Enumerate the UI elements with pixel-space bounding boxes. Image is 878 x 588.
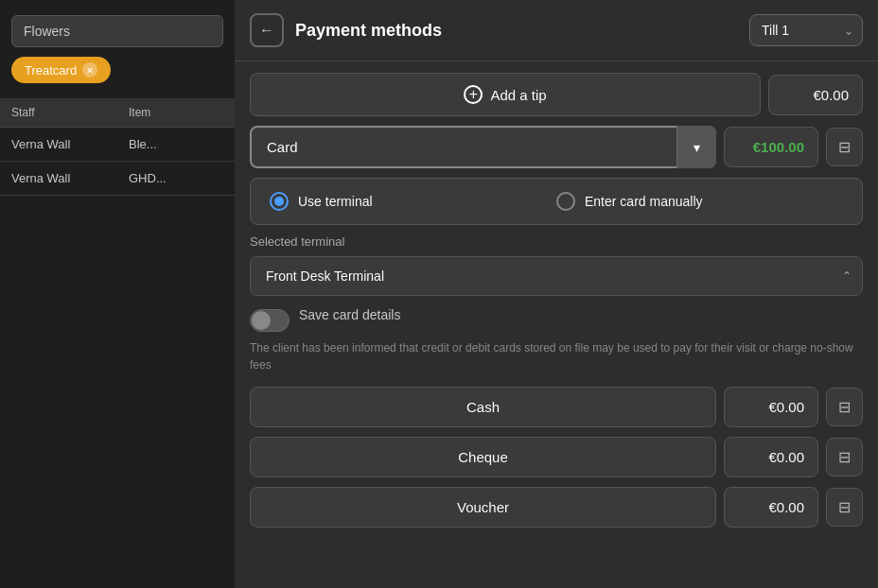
use-terminal-option[interactable]: Use terminal <box>270 192 556 211</box>
panel-header: ← Payment methods Till 1 Till 2 Till 3 <box>235 0 878 61</box>
card-amount: €100.00 <box>724 127 818 167</box>
till-select-wrapper: Till 1 Till 2 Till 3 <box>749 14 863 46</box>
sidebar-row-item-2: GHD... <box>117 162 235 195</box>
panel-content: + Add a tip €0.00 Card Cash Cheque Vouch… <box>235 61 878 588</box>
use-terminal-radio-dot <box>274 197 284 206</box>
card-chevron-icon[interactable]: ▾ <box>676 126 716 168</box>
add-tip-icon: + <box>464 85 483 104</box>
add-tip-row: + Add a tip €0.00 <box>250 73 863 116</box>
cheque-payment-row: Cheque €0.00 ⊟ <box>250 437 863 477</box>
enter-manually-option[interactable]: Enter card manually <box>556 192 843 211</box>
cheque-amount: €0.00 <box>724 437 818 477</box>
payment-methods-panel: ← Payment methods Till 1 Till 2 Till 3 +… <box>235 0 878 588</box>
till-select[interactable]: Till 1 Till 2 Till 3 <box>749 14 863 46</box>
selected-terminal-section: Selected terminal Front Desk Terminal Ba… <box>250 234 863 296</box>
cash-calculator-button[interactable]: ⊟ <box>826 388 863 426</box>
sidebar-search-input[interactable] <box>11 15 223 47</box>
sidebar-tag-label: Treatcard <box>25 63 77 78</box>
save-card-toggle[interactable] <box>250 309 290 332</box>
save-card-info-text: The client has been informed that credit… <box>250 339 863 373</box>
card-payment-row: Card Cash Cheque Voucher ▾ €100.00 ⊟ <box>250 126 863 168</box>
cash-calculator-icon: ⊟ <box>838 398 851 416</box>
enter-manually-label: Enter card manually <box>585 194 703 209</box>
card-select-wrapper: Card Cash Cheque Voucher ▾ <box>250 126 716 168</box>
add-tip-button[interactable]: + Add a tip <box>250 73 761 116</box>
use-terminal-label: Use terminal <box>298 194 373 209</box>
voucher-calculator-icon: ⊟ <box>838 498 851 516</box>
cash-amount: €0.00 <box>724 387 818 427</box>
back-icon: ← <box>259 22 274 39</box>
sidebar-row-2: Verna Wall GHD... <box>0 162 235 196</box>
sidebar-row-item-1: Ble... <box>117 128 235 161</box>
add-tip-amount: €0.00 <box>768 75 863 115</box>
save-card-label: Save card details <box>299 307 400 322</box>
sidebar: Treatcard ✕ Staff Item Verna Wall Ble...… <box>0 0 235 588</box>
cheque-calculator-button[interactable]: ⊟ <box>826 438 863 476</box>
cheque-calculator-icon: ⊟ <box>838 448 851 466</box>
enter-manually-radio[interactable] <box>556 192 575 211</box>
voucher-calculator-button[interactable]: ⊟ <box>826 488 863 527</box>
terminal-select[interactable]: Front Desk Terminal Back Office Terminal <box>250 256 863 296</box>
card-calculator-button[interactable]: ⊟ <box>826 128 863 166</box>
voucher-label: Voucher <box>457 499 509 515</box>
voucher-amount: €0.00 <box>724 487 818 527</box>
sidebar-col-item: Item <box>117 98 235 128</box>
sidebar-treatcard-tag[interactable]: Treatcard ✕ <box>11 57 111 83</box>
back-button[interactable]: ← <box>250 13 284 47</box>
sidebar-row-staff-1: Verna Wall <box>0 128 117 161</box>
cash-payment-row: Cash €0.00 ⊟ <box>250 387 863 427</box>
toggle-thumb <box>252 311 271 330</box>
calculator-icon: ⊟ <box>838 138 851 156</box>
terminal-section-label: Selected terminal <box>250 234 863 249</box>
use-terminal-radio[interactable] <box>270 192 289 211</box>
sidebar-tag-remove-icon[interactable]: ✕ <box>82 62 97 78</box>
voucher-payment-row: Voucher €0.00 ⊟ <box>250 487 863 527</box>
cash-label: Cash <box>466 399 500 415</box>
sidebar-table-header: Staff Item <box>0 98 235 128</box>
panel-title: Payment methods <box>295 21 738 41</box>
sidebar-row-1: Verna Wall Ble... <box>0 128 235 162</box>
save-card-toggle-row: Save card details <box>250 307 863 332</box>
cheque-label: Cheque <box>458 449 508 465</box>
sidebar-row-staff-2: Verna Wall <box>0 162 117 195</box>
terminal-select-wrapper: Front Desk Terminal Back Office Terminal… <box>250 256 863 296</box>
card-input-method-group: Use terminal Enter card manually <box>250 178 863 225</box>
cheque-button[interactable]: Cheque <box>250 437 716 477</box>
sidebar-col-staff: Staff <box>0 98 117 128</box>
card-select[interactable]: Card Cash Cheque Voucher <box>250 126 716 168</box>
voucher-button[interactable]: Voucher <box>250 487 716 527</box>
add-tip-label: Add a tip <box>490 87 546 103</box>
cash-button[interactable]: Cash <box>250 387 716 427</box>
